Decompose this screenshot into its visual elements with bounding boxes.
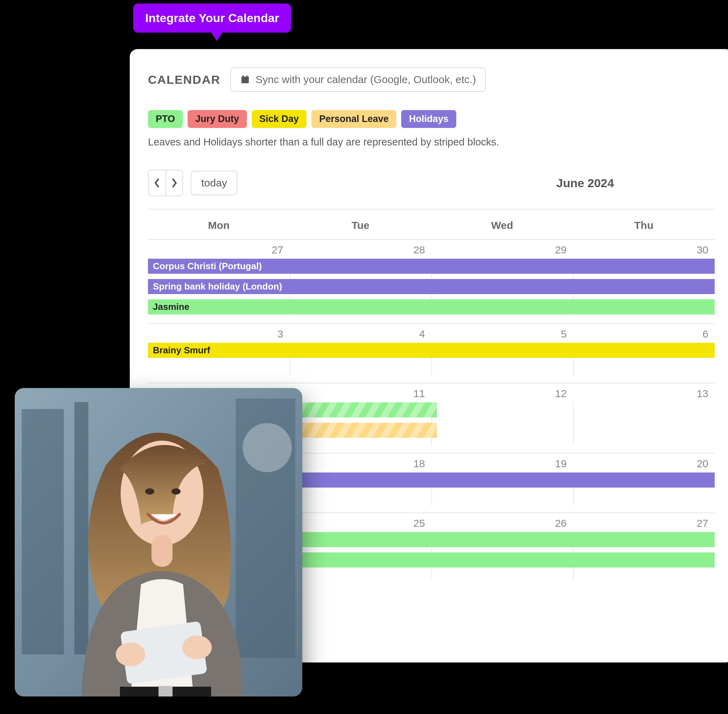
svg-rect-17 <box>158 686 173 696</box>
legend: PTO Jury Duty Sick Day Personal Leave Ho… <box>148 110 714 128</box>
day-number: 5 <box>431 326 573 344</box>
sync-calendar-button[interactable]: Sync with your calendar (Google, Outlook… <box>230 67 486 92</box>
day-number: 6 <box>573 326 714 344</box>
svg-rect-2 <box>243 75 244 78</box>
legend-note: Leaves and Holidays shorter than a full … <box>148 136 714 148</box>
header-tue: Tue <box>290 210 431 239</box>
event-brainy-sick[interactable]: Brainy Smurf <box>148 343 714 358</box>
svg-rect-3 <box>246 75 248 78</box>
event-corpus[interactable]: Corpus Christi (Portugal) <box>148 259 714 274</box>
today-button[interactable]: today <box>191 171 238 195</box>
month-nav <box>148 170 183 196</box>
next-month-button[interactable] <box>165 170 182 196</box>
svg-point-11 <box>145 488 154 495</box>
legend-holidays[interactable]: Holidays <box>401 110 456 128</box>
day-number: 25 <box>290 515 431 533</box>
chevron-right-icon <box>171 178 177 188</box>
legend-personal[interactable]: Personal Leave <box>311 110 396 128</box>
day-cell[interactable]: 12 <box>431 384 573 453</box>
header-wed: Wed <box>431 210 573 239</box>
day-cell[interactable]: 26 <box>431 513 573 586</box>
svg-point-8 <box>243 423 292 472</box>
current-month: June 2024 <box>456 176 714 190</box>
chevron-left-icon <box>154 178 160 188</box>
svg-point-14 <box>116 642 145 666</box>
page-title: CALENDAR <box>148 73 221 87</box>
day-cell[interactable]: 25 <box>290 513 431 586</box>
day-number: 28 <box>290 242 431 260</box>
day-number: 19 <box>431 456 573 473</box>
day-number: 29 <box>431 242 573 260</box>
day-number: 26 <box>431 515 573 533</box>
promo-photo <box>15 388 302 696</box>
day-cell[interactable]: 11 <box>290 384 431 453</box>
day-number: 4 <box>290 326 431 344</box>
day-number: 20 <box>573 456 714 473</box>
header-mon: Mon <box>148 210 290 239</box>
week-row: 27 28 29 30 Memorial Day (New Orleans, C… <box>148 239 714 323</box>
integrate-tooltip: Integrate Your Calendar <box>133 3 291 33</box>
day-cell[interactable]: 13 <box>573 384 714 453</box>
day-number: 30 <box>573 242 714 260</box>
day-number: 3 <box>148 326 290 344</box>
sync-label: Sync with your calendar (Google, Outlook… <box>256 74 476 86</box>
svg-point-15 <box>182 636 212 659</box>
day-number: 27 <box>573 515 714 533</box>
header-thu: Thu <box>573 210 714 239</box>
svg-rect-6 <box>74 402 88 654</box>
svg-rect-1 <box>241 77 249 79</box>
day-number: 13 <box>573 386 714 403</box>
legend-pto[interactable]: PTO <box>148 110 183 128</box>
day-number: 18 <box>290 456 431 473</box>
svg-point-12 <box>171 488 180 495</box>
legend-sick[interactable]: Sick Day <box>252 110 307 128</box>
legend-jury[interactable]: Jury Duty <box>188 110 247 128</box>
event-spring-bank[interactable]: Spring bank holiday (London) <box>148 279 714 294</box>
day-number: 27 <box>148 242 290 260</box>
week-row: 3 4 5 6 Brainy Smurf Brainy Smurf <box>148 323 714 383</box>
prev-month-button[interactable] <box>149 170 165 196</box>
day-cell[interactable]: 27 <box>573 513 714 586</box>
svg-rect-10 <box>152 535 173 567</box>
calendar-icon <box>240 75 250 84</box>
event-jasmine-pto[interactable]: Jasmine <box>148 299 714 314</box>
svg-rect-5 <box>22 409 64 654</box>
day-number: 11 <box>290 386 431 403</box>
day-number: 12 <box>431 386 573 403</box>
